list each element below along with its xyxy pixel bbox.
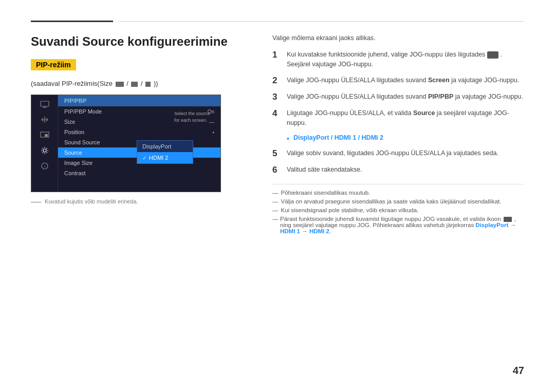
footnote-dash: [31, 202, 41, 202]
note4-hdmi2: HDMI 2: [309, 228, 329, 234]
page-number: 47: [513, 365, 524, 377]
step-num-1: 1: [272, 50, 282, 60]
menu-item-contrast[interactable]: Contrast: [58, 168, 220, 178]
pip-badge: PIP-režiim: [31, 59, 76, 70]
steps-list: 1 Kui kuvatakse funktsioonide juhend, va…: [272, 50, 524, 128]
left-panel: Suvandi Source konfigureerimine PIP-reži…: [31, 34, 252, 371]
step-num-6: 6: [272, 165, 282, 175]
monitor-icon-move: [39, 116, 50, 124]
subtitle: (saadaval PIP-režiimis(Size / / )): [31, 80, 252, 87]
monitor-icon-info: i: [39, 162, 50, 170]
note4-displayport: DisplayPort: [475, 222, 508, 228]
note4-hdmi1: HDMI 1: [280, 228, 300, 234]
svg-point-5: [43, 149, 46, 152]
top-decorative-lines: [31, 21, 524, 22]
step-num-2: 2: [272, 76, 282, 86]
bullet-dot: •: [287, 134, 289, 143]
step-text-5: Valige sobiv suvand, liigutades JOG-nupp…: [287, 148, 498, 158]
monitor-icon-pip: [39, 131, 50, 139]
submenu-hdmi2[interactable]: ✓ HDMI 2: [137, 152, 193, 163]
step-text-3: Valige JOG-nuppu ÜLES/ALLA liigutades su…: [287, 92, 523, 102]
svg-text:i: i: [44, 164, 45, 169]
svg-rect-4: [45, 134, 48, 137]
step-text-4: Liigutage JOG-nuppu ÜLES/ALLA, et valida…: [287, 108, 524, 128]
step-4: 4 Liigutage JOG-nuppu ÜLES/ALLA, et vali…: [272, 108, 524, 128]
step-3: 3 Valige JOG-nuppu ÜLES/ALLA liigutades …: [272, 92, 524, 102]
note-2: — Välja on arvatud praegune sisendallika…: [272, 198, 524, 204]
svg-rect-0: [41, 101, 49, 106]
bullet-section: • DisplayPort / HDMI 1 / HDMI 2: [287, 134, 524, 143]
monitor-icon-gear: [39, 146, 50, 155]
top-line-light: [118, 21, 524, 22]
menu-header: PIP/PBP: [58, 95, 220, 106]
intro-text: Valige mõlema ekraani jaoks allikas.: [272, 34, 524, 42]
step-1: 1 Kui kuvatakse funktsioonide juhend, va…: [272, 50, 524, 69]
step2-bold: Screen: [428, 77, 450, 84]
page-title: Suvandi Source konfigureerimine: [31, 34, 252, 49]
monitor-sidebar: i: [31, 95, 58, 192]
steps-list-2: 5 Valige sobiv suvand, liigutades JOG-nu…: [272, 148, 524, 176]
monitor-ui: i PIP/PBP PIP/PBP Mode On Size — Pos: [31, 95, 221, 192]
step-text-2: Valige JOG-nuppu ÜLES/ALLA liigutades su…: [287, 76, 519, 85]
size-icon-large: [145, 82, 151, 87]
note-1: — Põhiekraani sisendallikas muutub.: [272, 190, 524, 196]
checkmark-icon: ✓: [142, 155, 146, 161]
bullet-text: DisplayPort / HDMI 1 / HDMI 2: [293, 134, 383, 141]
top-line-dark: [31, 21, 113, 22]
step4-bold: Source: [413, 109, 435, 117]
note-4: — Pärast funktsioonide juhendi kuvamist …: [272, 216, 524, 234]
size-icon-small: [116, 82, 124, 87]
icon-inline: [504, 217, 512, 222]
monitor-icon-display: [39, 100, 50, 108]
step-6: 6 Valitud säte rakendatakse.: [272, 165, 524, 175]
menu-item-position[interactable]: Position ▪: [58, 127, 220, 137]
note-3: — Kui sisendsignaal pole stabiilne, võib…: [272, 207, 524, 213]
step3-bold: PIP/PBP: [428, 93, 453, 100]
step-num-4: 4: [272, 108, 282, 119]
source-submenu: DisplayPort ✓ HDMI 2: [137, 140, 193, 164]
main-content: Suvandi Source konfigureerimine PIP-reži…: [31, 34, 524, 371]
bullet-item: • DisplayPort / HDMI 1 / HDMI 2: [287, 134, 524, 143]
step-num-5: 5: [272, 148, 282, 159]
step-text-1: Kui kuvatakse funktsioonide juhend, vali…: [287, 50, 524, 69]
step-num-3: 3: [272, 92, 282, 102]
submenu-displayport[interactable]: DisplayPort: [137, 141, 193, 152]
notes-section: — Põhiekraani sisendallikas muutub. — Vä…: [272, 184, 524, 234]
footnote: Kuvatud kujutis võib mudeliti erineda.: [31, 198, 252, 204]
monitor-hint: Select the source for each screen.: [174, 110, 215, 123]
right-panel: Valige mõlema ekraani jaoks allikas. 1 K…: [272, 34, 524, 371]
step-5: 5 Valige sobiv suvand, liigutades JOG-nu…: [272, 148, 524, 159]
step-text-6: Valitud säte rakendatakse.: [287, 165, 362, 175]
size-icon-medium: [131, 82, 138, 87]
grid-icon: [487, 51, 498, 59]
page-container: Suvandi Source konfigureerimine PIP-reži…: [0, 0, 555, 392]
step-2: 2 Valige JOG-nuppu ÜLES/ALLA liigutades …: [272, 76, 524, 86]
